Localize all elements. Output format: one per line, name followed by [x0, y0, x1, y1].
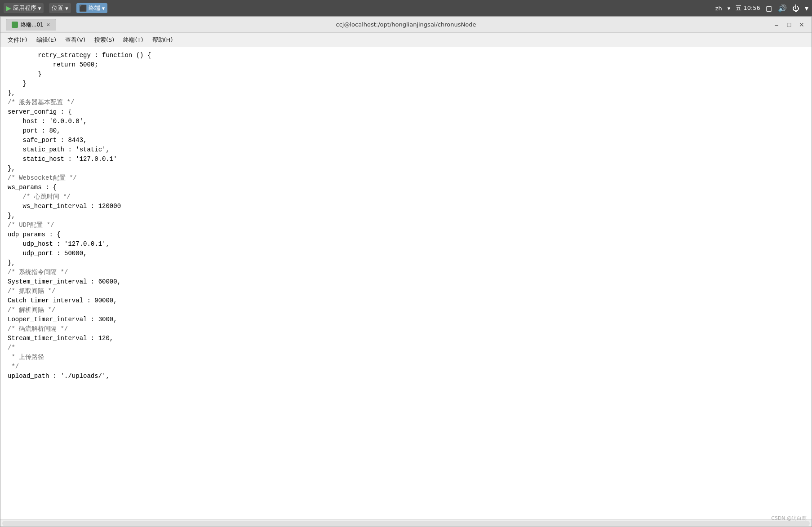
scroll-thumb[interactable]: [2, 521, 810, 526]
code-line: udp_port : 50000,: [8, 249, 804, 258]
window-controls: – □ ✕: [772, 20, 806, 29]
terminal-window: 终端...01 ✕ ccj@localhost:/opt/honglianjin…: [0, 16, 812, 527]
menu-file[interactable]: 文件(F): [4, 34, 31, 46]
code-line: Catch_timer_interval : 90000,: [8, 296, 804, 306]
code-line: return 5000;: [8, 60, 804, 70]
code-line: /* 服务器基本配置 */: [8, 98, 804, 107]
horizontal-scrollbar[interactable]: [0, 519, 812, 527]
code-line: System_timer_interval : 60000,: [8, 277, 804, 287]
tab-close-icon[interactable]: ✕: [46, 22, 50, 28]
code-line: ws_params : {: [8, 183, 804, 192]
terminal-tab[interactable]: 终端...01 ✕: [6, 19, 56, 31]
code-line: /* UDP配置 */: [8, 221, 804, 230]
position-label[interactable]: 位置: [52, 4, 63, 12]
code-line: /* 抓取间隔 */: [8, 287, 804, 296]
terminal-icon: ⬛: [79, 4, 87, 12]
title-bar: 终端...01 ✕ ccj@localhost:/opt/honglianjin…: [0, 17, 812, 33]
code-line: /* Websocket配置 */: [8, 173, 804, 183]
app-menu[interactable]: ▶ 应用程序 ▾: [4, 3, 44, 13]
volume-icon[interactable]: 🔊: [778, 4, 787, 13]
code-line: host : '0.0.0.0',: [8, 117, 804, 126]
close-button[interactable]: ✕: [797, 20, 806, 29]
app-menu-label[interactable]: 应用程序: [13, 4, 36, 12]
system-bar: ▶ 应用程序 ▾ 位置 ▾ ⬛ 终端 ▾ zh ▾ 五 10:56 ▢ 🔊 ⏻ …: [0, 0, 812, 16]
code-line: upload_path : './uploads/',: [8, 372, 804, 381]
window-title: ccj@localhost:/opt/honglianjingsai/chron…: [336, 21, 476, 28]
code-line: * 上传路径: [8, 353, 804, 362]
code-line: udp_host : '127.0.0.1',: [8, 239, 804, 249]
code-line: },: [8, 164, 804, 173]
terminal-label[interactable]: 终端: [89, 4, 100, 12]
code-line: },: [8, 89, 804, 98]
maximize-button[interactable]: □: [785, 20, 794, 29]
code-line: server_config : {: [8, 107, 804, 117]
code-line: /* 系统指令间隔 */: [8, 268, 804, 277]
menu-help[interactable]: 帮助(H): [149, 34, 177, 46]
code-line: }: [8, 70, 804, 79]
settings-icon[interactable]: ▾: [805, 4, 808, 13]
code-line: static_path : 'static',: [8, 145, 804, 155]
code-line: },: [8, 211, 804, 221]
terminal-menu[interactable]: ⬛ 终端 ▾: [76, 3, 108, 13]
code-line: }: [8, 79, 804, 89]
menu-view[interactable]: 查看(V): [62, 34, 89, 46]
lang-indicator[interactable]: zh: [715, 5, 722, 12]
code-line: safe_port : 8443,: [8, 136, 804, 145]
watermark: CSDN @访白鹿: [771, 515, 807, 522]
code-line: static_host : '127.0.0.1': [8, 155, 804, 164]
menu-edit[interactable]: 编辑(E): [33, 34, 60, 46]
menu-terminal[interactable]: 终端(T): [120, 34, 146, 46]
position-arrow: ▾: [65, 5, 68, 12]
code-line: */: [8, 362, 804, 372]
terminal-content[interactable]: retry_strategy : function () { return 50…: [0, 47, 812, 519]
system-bar-right: zh ▾ 五 10:56 ▢ 🔊 ⏻ ▾: [715, 4, 808, 13]
menu-search[interactable]: 搜索(S): [91, 34, 118, 46]
code-line: /* 解析间隔 */: [8, 306, 804, 315]
code-line: port : 80,: [8, 126, 804, 136]
title-bar-left: 终端...01 ✕: [6, 19, 56, 31]
app-menu-arrow: ▾: [38, 5, 41, 12]
code-line: udp_params : {: [8, 230, 804, 239]
terminal-arrow: ▾: [102, 5, 105, 12]
code-line: Looper_timer_interval : 3000,: [8, 315, 804, 324]
code-line: ws_heart_interval : 120000: [8, 202, 804, 211]
code-line: Stream_timer_interval : 120,: [8, 334, 804, 343]
code-line: /*: [8, 343, 804, 353]
code-line: retry_strategy : function () {: [8, 51, 804, 60]
screen-icon[interactable]: ▢: [766, 4, 772, 13]
tab-icon: [12, 22, 18, 28]
lang-arrow: ▾: [728, 5, 731, 12]
menu-bar: 文件(F) 编辑(E) 查看(V) 搜索(S) 终端(T) 帮助(H): [0, 33, 812, 47]
minimize-button[interactable]: –: [772, 20, 781, 29]
tab-label: 终端...01: [21, 21, 44, 29]
code-line: /* 心跳时间 */: [8, 192, 804, 202]
code-line: },: [8, 258, 804, 268]
position-menu[interactable]: 位置 ▾: [49, 3, 71, 13]
power-icon[interactable]: ⏻: [792, 4, 799, 13]
system-bar-left: ▶ 应用程序 ▾ 位置 ▾ ⬛ 终端 ▾: [4, 3, 107, 13]
code-line: /* 码流解析间隔 */: [8, 324, 804, 334]
day-time: 五 10:56: [736, 4, 760, 12]
